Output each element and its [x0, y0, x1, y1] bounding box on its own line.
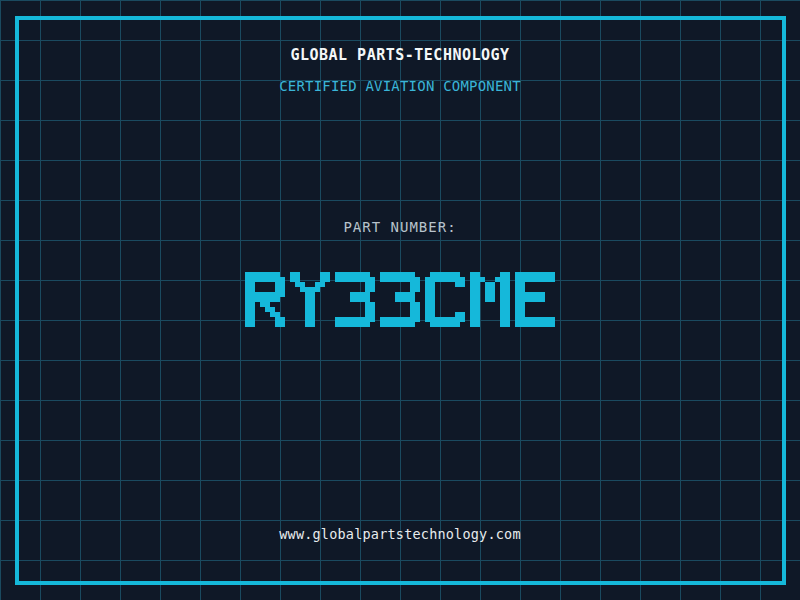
website-url: www.globalpartstechnology.com — [0, 528, 800, 542]
part-number-glyph — [470, 272, 510, 327]
part-number-glyph — [380, 272, 420, 327]
part-number-glyph — [515, 272, 555, 327]
part-number-glyph — [245, 272, 285, 327]
part-number-glyph — [335, 272, 375, 327]
company-title: GLOBAL PARTS-TECHNOLOGY — [0, 48, 800, 63]
part-certificate-page: GLOBAL PARTS-TECHNOLOGY CERTIFIED AVIATI… — [0, 0, 800, 600]
certification-subtitle: CERTIFIED AVIATION COMPONENT — [0, 79, 800, 93]
part-number-value — [0, 272, 800, 327]
part-number-glyph — [425, 272, 465, 327]
part-number-glyph — [290, 272, 330, 327]
part-number-label: PART NUMBER: — [0, 220, 800, 234]
